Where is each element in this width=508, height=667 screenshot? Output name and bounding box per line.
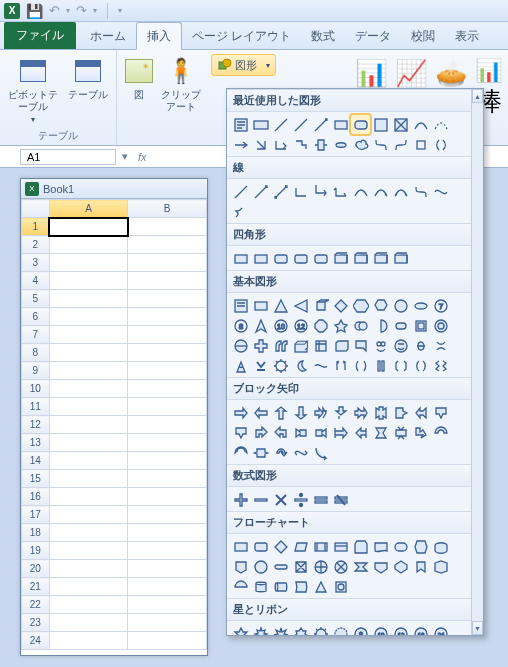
shape-item[interactable] xyxy=(271,115,290,134)
cell[interactable] xyxy=(49,254,128,272)
shape-item[interactable] xyxy=(311,490,330,509)
shape-item[interactable] xyxy=(371,403,390,422)
shape-item[interactable] xyxy=(231,557,250,576)
shape-item[interactable] xyxy=(251,490,270,509)
row-header[interactable]: 20 xyxy=(22,560,50,578)
cell[interactable] xyxy=(128,254,207,272)
shape-item[interactable] xyxy=(331,135,350,154)
shape-item[interactable] xyxy=(231,202,250,221)
shape-item[interactable] xyxy=(391,537,410,556)
cell[interactable] xyxy=(49,416,128,434)
shape-item[interactable] xyxy=(291,336,310,355)
shape-item[interactable] xyxy=(231,423,250,442)
shape-item[interactable] xyxy=(371,115,390,134)
shape-item[interactable] xyxy=(231,336,250,355)
shape-item[interactable] xyxy=(331,624,350,635)
shape-item[interactable] xyxy=(351,316,370,335)
shape-item[interactable] xyxy=(291,403,310,422)
spreadsheet-grid[interactable]: A B 123456789101112131415161718192021222… xyxy=(21,199,207,650)
shape-item[interactable] xyxy=(431,557,450,576)
shape-item[interactable] xyxy=(371,135,390,154)
cell[interactable] xyxy=(49,506,128,524)
shape-item[interactable] xyxy=(251,249,270,268)
shape-item[interactable] xyxy=(351,537,370,556)
cell[interactable] xyxy=(49,218,128,236)
shape-item[interactable] xyxy=(311,423,330,442)
row-header[interactable]: 12 xyxy=(22,416,50,434)
shape-item[interactable] xyxy=(231,135,250,154)
shape-item[interactable]: 10 xyxy=(371,624,390,635)
row-header[interactable]: 3 xyxy=(22,254,50,272)
cell[interactable] xyxy=(128,470,207,488)
shape-item[interactable] xyxy=(431,403,450,422)
shape-item[interactable] xyxy=(251,443,270,462)
cell[interactable] xyxy=(49,614,128,632)
row-header[interactable]: 17 xyxy=(22,506,50,524)
shape-item[interactable] xyxy=(311,296,330,315)
shape-item[interactable] xyxy=(251,624,270,635)
shape-item[interactable]: 24 xyxy=(431,624,450,635)
shape-item[interactable] xyxy=(231,577,250,596)
shape-item[interactable] xyxy=(271,624,290,635)
redo-dropdown[interactable]: ▾ xyxy=(93,6,97,15)
cell[interactable] xyxy=(128,542,207,560)
shape-item[interactable] xyxy=(291,557,310,576)
shape-item[interactable] xyxy=(371,316,390,335)
shape-item[interactable] xyxy=(431,423,450,442)
shape-item[interactable] xyxy=(431,316,450,335)
shape-item[interactable] xyxy=(411,423,430,442)
cell[interactable] xyxy=(128,506,207,524)
row-header[interactable]: 24 xyxy=(22,632,50,650)
shape-item[interactable] xyxy=(431,537,450,556)
row-header[interactable]: 15 xyxy=(22,470,50,488)
shape-item[interactable] xyxy=(251,403,270,422)
shape-item[interactable] xyxy=(311,557,330,576)
fx-button[interactable]: fx xyxy=(134,151,151,163)
cell[interactable] xyxy=(128,344,207,362)
cell[interactable] xyxy=(128,326,207,344)
shape-item[interactable] xyxy=(371,423,390,442)
shape-item[interactable] xyxy=(411,336,430,355)
shape-item[interactable] xyxy=(231,249,250,268)
shape-item[interactable] xyxy=(411,316,430,335)
cell[interactable] xyxy=(128,524,207,542)
shape-item[interactable] xyxy=(431,115,450,134)
shape-item[interactable] xyxy=(431,356,450,375)
shape-item[interactable] xyxy=(391,557,410,576)
shape-item[interactable] xyxy=(231,115,250,134)
shape-item[interactable] xyxy=(251,557,270,576)
row-header[interactable]: 11 xyxy=(22,398,50,416)
gallery-scrollbar[interactable]: ▲ ▼ xyxy=(471,89,483,635)
shape-item[interactable] xyxy=(271,537,290,556)
shape-item[interactable] xyxy=(391,356,410,375)
cell[interactable] xyxy=(49,344,128,362)
shape-item[interactable] xyxy=(351,182,370,201)
shape-item[interactable]: 10 xyxy=(271,316,290,335)
shape-item[interactable] xyxy=(271,182,290,201)
cell[interactable] xyxy=(128,236,207,254)
shape-item[interactable] xyxy=(271,577,290,596)
shape-item[interactable] xyxy=(411,537,430,556)
cell[interactable] xyxy=(128,452,207,470)
shape-item[interactable] xyxy=(391,115,410,134)
shape-item[interactable] xyxy=(331,115,350,134)
row-header[interactable]: 16 xyxy=(22,488,50,506)
undo-icon[interactable]: ↶ xyxy=(49,3,60,18)
shape-item[interactable]: 8 xyxy=(231,316,250,335)
shape-item[interactable] xyxy=(271,249,290,268)
shape-item[interactable] xyxy=(231,356,250,375)
shape-item[interactable] xyxy=(271,336,290,355)
cell[interactable] xyxy=(128,416,207,434)
shape-item[interactable] xyxy=(311,336,330,355)
shape-item[interactable] xyxy=(351,557,370,576)
shape-item[interactable] xyxy=(251,537,270,556)
cell[interactable] xyxy=(128,488,207,506)
shape-item[interactable] xyxy=(251,135,270,154)
shape-item[interactable] xyxy=(351,423,370,442)
pivottable-button[interactable]: ピボットテーブル▾ xyxy=(6,53,60,126)
tab-page-layout[interactable]: ページ レイアウト xyxy=(182,23,301,49)
table-button[interactable]: テーブル xyxy=(66,53,110,101)
cell[interactable] xyxy=(49,362,128,380)
shape-item[interactable]: 16 xyxy=(411,624,430,635)
shape-item[interactable] xyxy=(331,296,350,315)
